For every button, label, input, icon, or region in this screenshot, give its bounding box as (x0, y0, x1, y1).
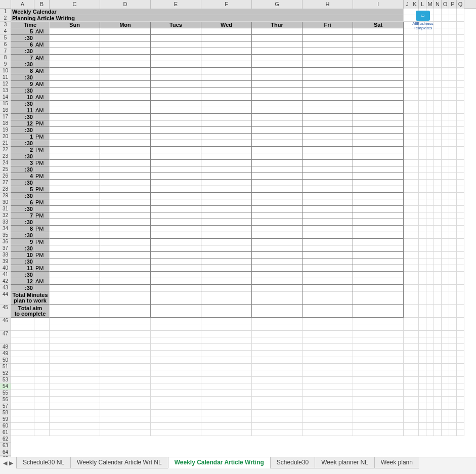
cell[interactable] (449, 48, 457, 55)
cell[interactable] (457, 337, 464, 344)
time-num[interactable]: 6 (11, 199, 34, 206)
cell[interactable] (252, 120, 302, 127)
cell[interactable] (302, 397, 353, 403)
cell[interactable] (457, 61, 464, 68)
cell[interactable] (11, 410, 34, 416)
cell[interactable] (252, 318, 302, 324)
cell[interactable] (302, 41, 353, 48)
cell[interactable] (426, 193, 434, 199)
cell[interactable] (404, 140, 411, 147)
cell[interactable] (457, 331, 464, 337)
time-num[interactable]: :30 (11, 101, 34, 107)
cell[interactable] (302, 127, 353, 134)
col-header-M[interactable]: M (426, 0, 434, 9)
cell[interactable] (449, 410, 457, 416)
cell[interactable] (302, 35, 353, 41)
cell[interactable] (151, 272, 201, 278)
cell[interactable] (50, 403, 100, 410)
cell[interactable] (434, 166, 442, 173)
time-num[interactable]: 5 (11, 186, 34, 193)
cell[interactable] (434, 88, 442, 94)
cell[interactable] (411, 140, 419, 147)
cell[interactable] (449, 41, 457, 48)
time-num[interactable]: 2 (11, 147, 34, 153)
time-num[interactable]: :30 (11, 258, 34, 265)
cell[interactable] (353, 429, 404, 436)
cell[interactable] (353, 55, 404, 61)
cell[interactable] (353, 153, 404, 160)
time-period[interactable] (34, 61, 50, 68)
cell[interactable] (449, 397, 457, 403)
cell[interactable] (411, 127, 419, 134)
time-period[interactable]: PM (34, 120, 50, 127)
cell[interactable] (50, 331, 100, 337)
cell[interactable] (442, 219, 449, 226)
cell[interactable] (426, 219, 434, 226)
cell[interactable] (457, 416, 464, 423)
cell[interactable] (442, 291, 449, 305)
cell[interactable] (457, 88, 464, 94)
cell[interactable] (151, 153, 201, 160)
row-header-26[interactable]: 26 (0, 173, 11, 180)
cell[interactable] (353, 357, 404, 364)
cell[interactable] (426, 55, 434, 61)
cell[interactable] (457, 199, 464, 206)
cell[interactable] (302, 364, 353, 370)
cell[interactable] (404, 258, 411, 265)
cell[interactable] (201, 364, 252, 370)
cell[interactable] (50, 35, 100, 41)
cell[interactable] (100, 258, 151, 265)
cell[interactable] (151, 166, 201, 173)
cell[interactable] (411, 41, 419, 48)
cell[interactable] (426, 278, 434, 285)
cell[interactable] (100, 226, 151, 232)
cell[interactable] (353, 94, 404, 101)
cell[interactable] (50, 81, 100, 88)
cell[interactable] (100, 166, 151, 173)
cell[interactable] (411, 337, 419, 344)
row-header-8[interactable]: 8 (0, 55, 11, 61)
cell[interactable] (353, 219, 404, 226)
cell[interactable] (449, 107, 457, 114)
cell[interactable] (457, 357, 464, 364)
cell[interactable] (419, 35, 426, 41)
cell[interactable] (442, 390, 449, 397)
cell[interactable] (353, 74, 404, 81)
cell[interactable] (353, 258, 404, 265)
cell[interactable] (426, 101, 434, 107)
cell[interactable] (442, 120, 449, 127)
row-header-53[interactable]: 53 (0, 377, 11, 383)
cell[interactable] (201, 219, 252, 226)
cell[interactable] (34, 351, 50, 357)
cell[interactable] (302, 114, 353, 120)
cell[interactable] (100, 390, 151, 397)
cell[interactable] (411, 272, 419, 278)
cell[interactable] (419, 423, 426, 429)
cell[interactable] (419, 403, 426, 410)
cell[interactable] (426, 291, 434, 305)
cell[interactable] (434, 403, 442, 410)
cell[interactable] (201, 199, 252, 206)
cell[interactable] (302, 377, 353, 383)
cell[interactable] (353, 390, 404, 397)
cell[interactable] (419, 61, 426, 68)
cell[interactable] (201, 193, 252, 199)
cell[interactable] (100, 337, 151, 344)
cell[interactable] (419, 410, 426, 416)
cell[interactable] (151, 74, 201, 81)
cell[interactable] (302, 147, 353, 153)
cell[interactable] (419, 383, 426, 390)
cell[interactable] (302, 429, 353, 436)
cell[interactable] (442, 28, 449, 35)
cell[interactable] (404, 101, 411, 107)
cell[interactable] (411, 68, 419, 74)
time-num[interactable]: :30 (11, 285, 34, 291)
cell[interactable] (201, 140, 252, 147)
cell[interactable] (50, 252, 100, 258)
cell[interactable] (201, 239, 252, 245)
cell[interactable] (100, 383, 151, 390)
cell[interactable] (457, 160, 464, 166)
cell[interactable] (434, 101, 442, 107)
cell[interactable] (419, 55, 426, 61)
cell[interactable] (302, 357, 353, 364)
